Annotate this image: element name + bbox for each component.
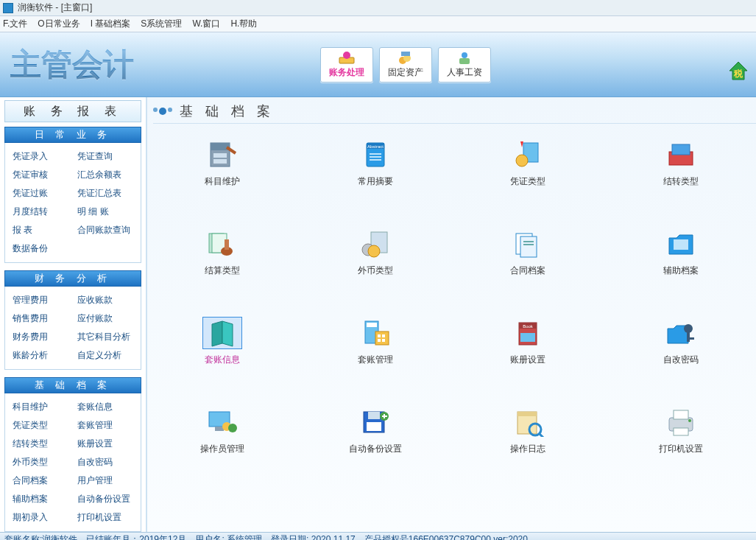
sidebar-section-header[interactable]: 基 础 档 案 xyxy=(4,377,141,393)
award-icon xyxy=(508,138,548,171)
sidebar-link[interactable]: 数据备份 xyxy=(8,239,138,258)
svg-point-1 xyxy=(343,52,350,59)
sidebar-link[interactable]: 期初录入 xyxy=(8,508,73,527)
grid-item-bluefolder[interactable]: 辅助档案 xyxy=(644,228,718,277)
banner-btn-assets[interactable]: 固定资产 xyxy=(379,47,432,83)
sidebar-link[interactable]: 汇总余额表 xyxy=(73,166,138,184)
grid-item-label: 辅助档案 xyxy=(663,264,699,277)
status-account: 套账名称:润衡软件 xyxy=(4,533,77,540)
status-period: 已结账年月：2019年12月 xyxy=(86,533,186,540)
svg-rect-6 xyxy=(459,58,470,64)
menu-daily[interactable]: O日常业务 xyxy=(38,18,80,30)
sidebar-link[interactable]: 月度结转 xyxy=(8,203,73,221)
banner-btn-hr[interactable]: 人事工资 xyxy=(438,47,491,83)
grid-item-label: 打印机设置 xyxy=(659,443,703,455)
sidebar-link[interactable]: 报 表 xyxy=(8,221,73,239)
title-bar: 润衡软件 - [主窗口] xyxy=(0,0,756,16)
sidebar-link[interactable]: 凭证过账 xyxy=(8,184,73,203)
sidebar-link[interactable]: 打印机设置 xyxy=(73,508,138,527)
calc-icon xyxy=(356,317,395,349)
menu-file[interactable]: F.文件 xyxy=(3,18,27,30)
grid-item-coins[interactable]: 外币类型 xyxy=(339,228,412,277)
sidebar-link[interactable]: 用户管理 xyxy=(73,471,138,490)
grid-item-label: 套账信息 xyxy=(205,354,240,366)
grid-item-label: 操作日志 xyxy=(510,443,545,455)
sidebar-link[interactable]: 其它科目分析 xyxy=(73,328,138,346)
grid-item-award[interactable]: 凭证类型 xyxy=(491,138,565,188)
coins-icon xyxy=(356,228,395,260)
menu-system[interactable]: S系统管理 xyxy=(141,18,182,30)
menu-window[interactable]: W.窗口 xyxy=(192,18,220,30)
sidebar-link[interactable]: 应付账款 xyxy=(73,309,138,328)
grid-item-printer[interactable]: 打印机设置 xyxy=(644,406,718,455)
grid-item-stamp[interactable]: 结算类型 xyxy=(186,228,259,277)
grid-item-label: 账册设置 xyxy=(510,354,545,366)
grid-item-bluebook[interactable]: Abstract常用摘要 xyxy=(339,138,412,188)
status-license: 产品授权号166E00637C879C00 ver:2020 xyxy=(364,533,528,540)
sidebar-link[interactable]: 凭证类型 xyxy=(8,416,73,435)
sidebar-link[interactable]: 管理费用 xyxy=(8,291,73,309)
content-title: 基 础 档 案 xyxy=(180,102,275,120)
sidebar-link[interactable]: 套账管理 xyxy=(73,416,138,435)
grid-item-calc[interactable]: 套账管理 xyxy=(339,317,412,366)
grid-item-cabinet[interactable]: 科目维护 xyxy=(186,138,259,188)
sidebar-link[interactable]: 财务费用 xyxy=(8,328,73,346)
grid-item-contract[interactable]: 合同档案 xyxy=(491,228,565,277)
sidebar-link[interactable]: 科目维护 xyxy=(8,398,73,416)
bluebook-icon: Abstract xyxy=(356,138,395,171)
sidebar-link[interactable]: 自动备份设置 xyxy=(73,490,138,508)
status-bar: 套账名称:润衡软件 已结账年月：2019年12月 用户名: 系统管理 登录日期:… xyxy=(0,532,756,540)
tax-icon[interactable]: 税 xyxy=(728,60,749,81)
keyfolder-icon xyxy=(661,317,701,349)
grid-item-label: 自改密码 xyxy=(663,354,699,366)
sidebar-section-header[interactable]: 日 常 业 务 xyxy=(4,127,141,143)
grid-item-label: 套账管理 xyxy=(358,354,393,366)
grid-item-book[interactable]: Book账册设置 xyxy=(491,317,565,366)
grid-item-label: 凭证类型 xyxy=(510,175,545,188)
sidebar-link[interactable]: 账册设置 xyxy=(73,435,138,453)
sidebar-link[interactable]: 凭证查询 xyxy=(73,147,138,166)
svg-rect-22 xyxy=(672,144,690,155)
sidebar-link[interactable]: 账龄分析 xyxy=(8,346,73,365)
sidebar-link[interactable]: 凭证汇总表 xyxy=(73,184,138,203)
sidebar-top-header[interactable]: 账 务 报 表 xyxy=(4,100,141,122)
grid-item-floppy[interactable]: 自动备份设置 xyxy=(339,406,412,455)
sidebar-link[interactable]: 自定义分析 xyxy=(73,346,138,365)
grid-item-log[interactable]: 操作日志 xyxy=(491,406,565,455)
sidebar-link[interactable]: 合同账款查询 xyxy=(73,221,138,239)
sidebar-link[interactable]: 外币类型 xyxy=(8,453,73,471)
banner-buttons: 账务处理 固定资产 人事工资 xyxy=(320,47,491,83)
sidebar-link[interactable]: 凭证审核 xyxy=(8,166,73,184)
grid-item-redbox[interactable]: 结转类型 xyxy=(644,138,718,188)
sidebar-link[interactable]: 自改密码 xyxy=(73,453,138,471)
sidebar-section-header[interactable]: 财 务 分 析 xyxy=(4,270,141,287)
stamp-icon xyxy=(202,228,242,260)
sidebar-link[interactable]: 辅助档案 xyxy=(8,490,73,508)
sidebar-link[interactable]: 套账信息 xyxy=(73,398,138,416)
sidebar-link[interactable]: 凭证录入 xyxy=(8,147,73,166)
window-title: 润衡软件 - [主窗口] xyxy=(18,1,92,14)
sidebar-link[interactable]: 应收账款 xyxy=(73,291,138,309)
sidebar-link[interactable]: 结转类型 xyxy=(8,435,73,453)
menu-help[interactable]: H.帮助 xyxy=(230,18,257,30)
svg-rect-41 xyxy=(382,339,385,342)
banner-btn-accounting[interactable]: 账务处理 xyxy=(320,47,373,83)
banner-btn-label: 账务处理 xyxy=(329,66,364,79)
sidebar-link[interactable]: 明 细 账 xyxy=(73,203,138,221)
content-header: 基 础 档 案 xyxy=(153,102,756,124)
svg-point-63 xyxy=(688,419,691,422)
sidebar-link-grid: 科目维护套账信息凭证类型套账管理结转类型账册设置外币类型自改密码合同档案用户管理… xyxy=(4,393,141,532)
grid-item-tealbook[interactable]: 套账信息 xyxy=(186,317,259,366)
grid-item-label: 结转类型 xyxy=(663,175,699,188)
sidebar-link[interactable]: 销售费用 xyxy=(8,309,73,328)
svg-point-52 xyxy=(228,424,237,432)
svg-rect-34 xyxy=(674,239,688,250)
sidebar-link[interactable]: 合同档案 xyxy=(8,471,73,490)
grid-item-keyfolder[interactable]: 自改密码 xyxy=(644,317,718,366)
grid-item-users[interactable]: 操作员管理 xyxy=(186,406,259,455)
menu-base[interactable]: I 基础档案 xyxy=(91,18,131,30)
app-icon xyxy=(3,3,13,13)
floppy-icon xyxy=(356,406,395,438)
contract-icon xyxy=(508,228,548,260)
assets-icon xyxy=(397,50,414,65)
